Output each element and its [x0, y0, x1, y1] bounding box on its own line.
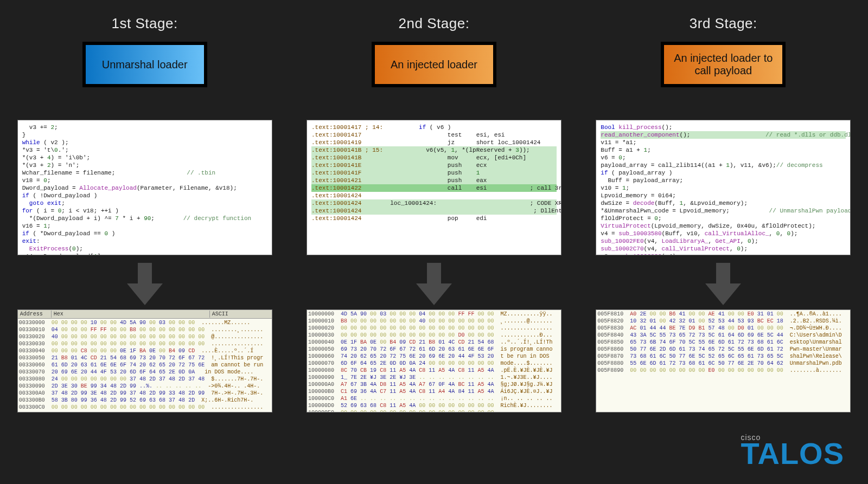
- hex-body-3: 005F8810 A0 2E 00 00 B6 41 00 00 AE 41 0…: [596, 310, 850, 375]
- hex-header-1: Address Hex ASCII: [18, 310, 272, 319]
- arrow-down-icon: [704, 263, 742, 305]
- arrow-3: [596, 263, 851, 305]
- stage-1-title: 1st Stage:: [112, 15, 178, 32]
- logo: cisco TALOS: [741, 433, 844, 469]
- stage-col-1: 1st Stage: Unmarshal loader: [17, 15, 272, 87]
- stage-1-box: Unmarshal loader: [82, 42, 207, 87]
- stage-3-title: 3rd Stage:: [690, 15, 757, 32]
- code-row: v3 += 2; } while ( v2 ); *v3 = 't\0.'; *…: [0, 120, 868, 255]
- arrow-down-icon: [415, 263, 453, 305]
- stage-3-box: An injected loader to call payload: [661, 42, 786, 87]
- logo-talos: TALOS: [741, 438, 844, 469]
- code-panel-3: Bool kill_process(); read_another_compon…: [596, 120, 851, 255]
- hex-col-address: Address: [20, 311, 52, 318]
- hex-body-2: 10000000 4D 5A 90 00 03 00 00 00 04 00 0…: [307, 310, 561, 412]
- hex-panel-3: 005F8810 A0 2E 00 00 B6 41 00 00 AE 41 0…: [596, 309, 851, 412]
- stage-row: 1st Stage: Unmarshal loader 2nd Stage: A…: [0, 0, 868, 87]
- hex-panel-1: Address Hex ASCII 00330000 00 00 00 00 1…: [17, 309, 272, 412]
- hex-panel-2: 10000000 4D 5A 90 00 03 00 00 00 04 00 0…: [307, 309, 561, 412]
- arrow-2: [307, 263, 561, 305]
- stage-2-title: 2nd Stage:: [399, 15, 470, 32]
- hex-row: Address Hex ASCII 00330000 00 00 00 00 1…: [0, 309, 868, 412]
- code-panel-2: .text:10001417 ; 14: if ( v6 ) .text:100…: [307, 120, 561, 255]
- hex-body-1: 00330000 00 00 00 00 10 00 00 4D 5A 90 0…: [18, 319, 272, 412]
- stage-col-2: 2nd Stage: An injected loader: [307, 15, 561, 87]
- stage-2-box: An injected loader: [372, 42, 496, 87]
- hex-col-ascii: ASCII: [210, 311, 270, 318]
- arrow-1: [17, 263, 272, 305]
- code-panel-1: v3 += 2; } while ( v2 ); *v3 = 't\0.'; *…: [17, 120, 272, 255]
- arrow-row: [0, 263, 868, 305]
- stage-col-3: 3rd Stage: An injected loader to call pa…: [596, 15, 851, 87]
- arrow-down-icon: [126, 263, 164, 305]
- hex-col-hex: Hex: [52, 311, 210, 318]
